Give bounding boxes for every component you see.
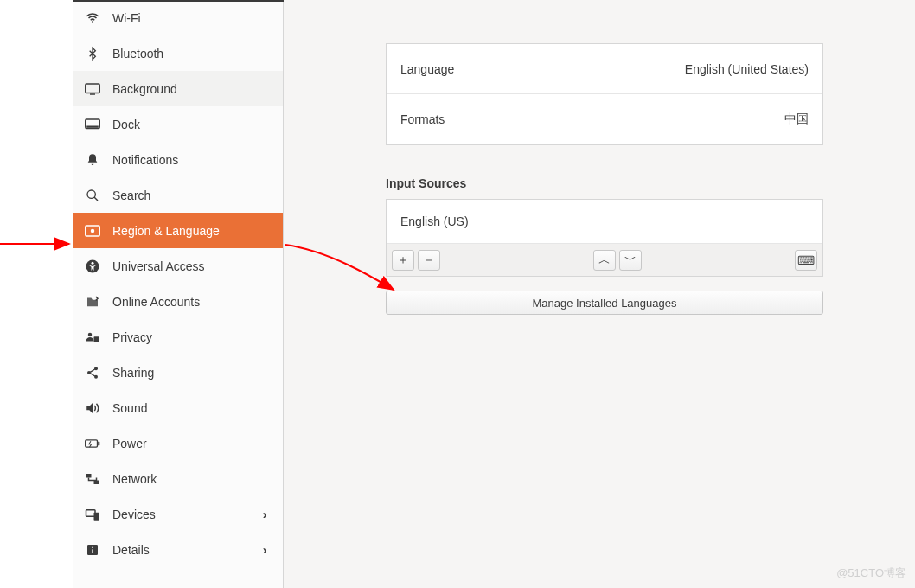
minus-icon: － [423, 252, 435, 268]
svg-line-6 [94, 197, 98, 201]
row-key: Language [400, 62, 454, 76]
sidebar-item-label: Search [112, 189, 271, 202]
sidebar-item-label: Sound [112, 401, 271, 415]
sidebar-item-devices[interactable]: Devices › [73, 496, 283, 532]
devices-icon [85, 507, 100, 522]
sidebar: Wi-Fi Bluetooth Background Dock Notifica [73, 0, 284, 588]
svg-rect-12 [94, 336, 99, 342]
sidebar-item-label: Sharing [112, 366, 271, 380]
chevron-up-icon: ︿ [598, 252, 611, 268]
sidebar-item-background[interactable]: Background [73, 71, 283, 106]
sidebar-item-label: Privacy [112, 330, 271, 344]
sidebar-item-label: Details [112, 543, 259, 557]
plus-icon: ＋ [397, 252, 409, 268]
search-icon [85, 188, 100, 203]
svg-point-11 [88, 332, 93, 336]
sidebar-item-label: Universal Access [112, 259, 271, 273]
bluetooth-icon [85, 46, 100, 61]
sidebar-item-label: Region & Language [112, 224, 271, 238]
sidebar-item-network[interactable]: Network [73, 461, 283, 496]
svg-point-0 [92, 21, 93, 22]
online-accounts-icon [85, 294, 100, 310]
sidebar-item-region-language[interactable]: Region & Language [73, 213, 283, 248]
row-formats[interactable]: Formats 中国 [387, 94, 822, 144]
input-source-item[interactable]: English (US) [387, 200, 822, 243]
sidebar-item-notifications[interactable]: Notifications [73, 142, 283, 177]
chevron-right-icon: › [259, 543, 271, 557]
dock-icon [85, 117, 100, 132]
row-key: Formats [400, 112, 445, 126]
privacy-icon [85, 329, 100, 345]
network-icon [85, 471, 100, 487]
power-icon [85, 436, 100, 451]
sidebar-item-online-accounts[interactable]: Online Accounts [73, 284, 283, 319]
keyboard-icon: ⌨ [797, 253, 815, 267]
sidebar-item-label: Bluetooth [112, 47, 271, 61]
background-icon [85, 81, 100, 97]
manage-installed-languages-button[interactable]: Manage Installed Languages [386, 291, 823, 315]
accessibility-icon [85, 259, 100, 274]
svg-rect-23 [92, 546, 93, 547]
sidebar-item-details[interactable]: Details › [73, 532, 283, 567]
sidebar-item-privacy[interactable]: Privacy [73, 319, 283, 355]
input-sources-toolbar: ＋ － ︿ ﹀ ⌨ [387, 243, 822, 276]
chevron-down-icon: ﹀ [624, 252, 637, 268]
chevron-right-icon: › [259, 508, 271, 521]
sidebar-item-power[interactable]: Power [73, 425, 283, 461]
row-value: English (United States) [685, 62, 809, 76]
sidebar-item-sharing[interactable]: Sharing [73, 355, 283, 390]
svg-rect-21 [94, 512, 99, 520]
sidebar-item-bluetooth[interactable]: Bluetooth [73, 35, 283, 71]
row-language[interactable]: Language English (United States) [387, 44, 822, 94]
move-down-button[interactable]: ﹀ [619, 250, 642, 271]
sidebar-item-search[interactable]: Search [73, 177, 283, 213]
sidebar-item-label: Wi-Fi [112, 11, 271, 25]
svg-rect-18 [86, 474, 92, 478]
sidebar-item-dock[interactable]: Dock [73, 106, 283, 142]
svg-rect-4 [86, 125, 99, 127]
svg-rect-16 [86, 439, 98, 446]
share-icon [85, 365, 100, 380]
content-area: Language English (United States) Formats… [284, 0, 915, 588]
move-up-button[interactable]: ︿ [593, 250, 616, 271]
sidebar-item-wifi[interactable]: Wi-Fi [73, 0, 283, 35]
input-source-label: English (US) [400, 214, 469, 228]
sidebar-item-label: Background [112, 82, 271, 96]
svg-point-10 [92, 261, 94, 264]
sidebar-item-label: Network [112, 472, 271, 486]
settings-window: Wi-Fi Bluetooth Background Dock Notifica [0, 0, 915, 588]
sidebar-item-universal-access[interactable]: Universal Access [73, 248, 283, 284]
input-sources-panel: English (US) ＋ － ︿ ﹀ [386, 199, 823, 277]
sidebar-item-label: Devices [112, 508, 259, 521]
details-icon [85, 542, 100, 558]
remove-input-source-button[interactable]: － [418, 250, 440, 271]
sidebar-item-label: Dock [112, 118, 271, 131]
svg-point-5 [87, 190, 95, 198]
input-sources-list: English (US) [387, 200, 822, 243]
svg-rect-20 [86, 509, 96, 516]
button-label: Manage Installed Languages [533, 297, 677, 310]
svg-rect-24 [92, 549, 93, 553]
add-input-source-button[interactable]: ＋ [392, 250, 414, 271]
input-sources-heading: Input Sources [386, 176, 865, 190]
wifi-icon [85, 10, 100, 26]
svg-rect-2 [90, 93, 95, 95]
sidebar-item-label: Notifications [112, 153, 271, 167]
keyboard-layout-button[interactable]: ⌨ [795, 250, 817, 271]
sidebar-item-sound[interactable]: Sound [73, 390, 283, 425]
svg-point-8 [91, 228, 95, 233]
region-panel: Language English (United States) Formats… [386, 43, 823, 145]
watermark: @51CTO博客 [836, 566, 906, 581]
row-value: 中国 [784, 112, 809, 127]
bell-icon [85, 152, 100, 168]
sidebar-item-label: Online Accounts [112, 295, 271, 309]
sound-icon [85, 400, 100, 416]
svg-rect-17 [98, 441, 99, 444]
language-icon [85, 223, 100, 239]
sidebar-item-label: Power [112, 437, 271, 451]
svg-rect-1 [86, 84, 100, 93]
